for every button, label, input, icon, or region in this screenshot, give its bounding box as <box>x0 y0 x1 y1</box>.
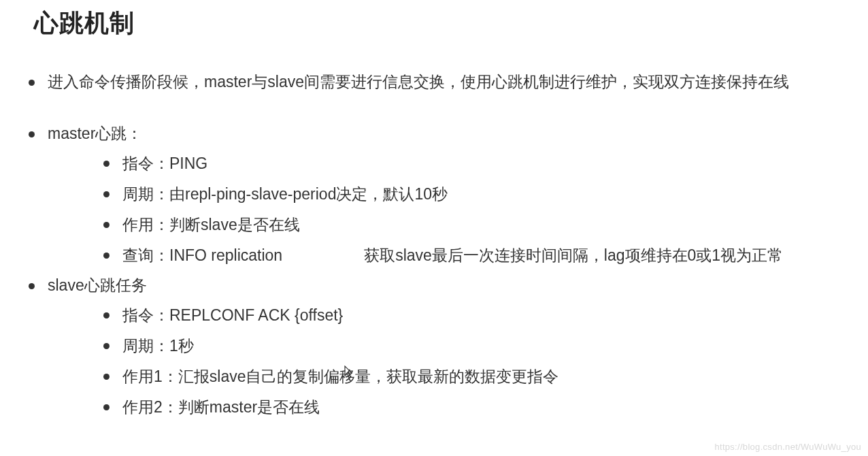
slave-item-command: 指令：REPLCONF ACK {offset} <box>102 300 868 331</box>
master-heading-text: master心跳： <box>48 125 142 142</box>
master-item-query: 查询：INFO replication获取slave最后一次连接时间间隔，lag… <box>102 240 868 271</box>
slave-item-purpose1: 作用1：汇报slave自己的复制偏移量，获取最新的数据变更指令 <box>102 361 868 392</box>
master-sublist: 指令：PING 周期：由repl-ping-slave-period决定，默认1… <box>48 148 868 270</box>
page-title: 心跳机制 <box>0 0 868 40</box>
query-label: 查询：INFO replication <box>122 246 282 264</box>
intro-item: 进入命令传播阶段候，master与slave间需要进行信息交换，使用心跳机制进行… <box>27 67 868 97</box>
sections-list: master心跳： 指令：PING 周期：由repl-ping-slave-pe… <box>27 119 868 423</box>
slave-item-purpose2: 作用2：判断master是否在线 <box>102 392 868 423</box>
slave-heartbeat-heading: slave心跳任务 指令：REPLCONF ACK {offset} 周期：1秒… <box>27 271 868 423</box>
slave-item-period: 周期：1秒 <box>102 331 868 361</box>
query-desc: 获取slave最后一次连接时间间隔，lag项维持在0或1视为正常 <box>364 246 783 264</box>
watermark: https://blog.csdn.net/WuWuWu_you <box>714 442 861 452</box>
intro-list: 进入命令传播阶段候，master与slave间需要进行信息交换，使用心跳机制进行… <box>27 67 868 97</box>
master-item-purpose: 作用：判断slave是否在线 <box>102 210 868 240</box>
master-heartbeat-heading: master心跳： 指令：PING 周期：由repl-ping-slave-pe… <box>27 119 868 271</box>
slave-sublist: 指令：REPLCONF ACK {offset} 周期：1秒 作用1：汇报sla… <box>48 300 868 422</box>
master-item-period: 周期：由repl-ping-slave-period决定，默认10秒 <box>102 179 868 210</box>
master-item-command: 指令：PING <box>102 148 868 179</box>
slave-heading-text: slave心跳任务 <box>48 276 147 294</box>
document-content: 进入命令传播阶段候，master与slave间需要进行信息交换，使用心跳机制进行… <box>0 40 868 423</box>
